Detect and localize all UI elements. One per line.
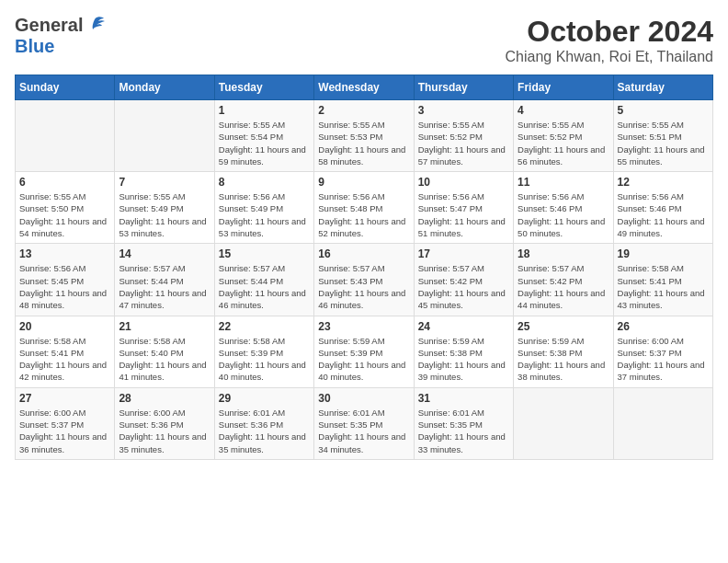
day-number: 13	[19, 247, 110, 260]
day-info: Sunrise: 5:55 AMSunset: 5:54 PMDaylight:…	[219, 119, 310, 167]
day-number: 1	[219, 104, 310, 117]
calendar-cell: 19Sunrise: 5:58 AMSunset: 5:41 PMDayligh…	[613, 244, 712, 316]
day-info: Sunrise: 5:57 AMSunset: 5:42 PMDaylight:…	[518, 262, 609, 311]
calendar-cell: 29Sunrise: 6:01 AMSunset: 5:36 PMDayligh…	[214, 387, 313, 459]
day-number: 7	[119, 176, 210, 189]
day-number: 14	[119, 247, 210, 260]
logo-bird-icon	[85, 16, 106, 36]
day-info: Sunrise: 5:56 AMSunset: 5:45 PMDaylight:…	[19, 262, 110, 311]
calendar-cell: 16Sunrise: 5:57 AMSunset: 5:43 PMDayligh…	[314, 244, 414, 316]
day-info: Sunrise: 5:56 AMSunset: 5:46 PMDaylight:…	[518, 190, 609, 239]
day-number: 12	[618, 176, 709, 189]
weekday-header-tuesday: Tuesday	[214, 75, 313, 100]
calendar-cell: 14Sunrise: 5:57 AMSunset: 5:44 PMDayligh…	[115, 244, 214, 316]
day-number: 23	[318, 320, 409, 333]
day-info: Sunrise: 5:56 AMSunset: 5:48 PMDaylight:…	[318, 190, 409, 239]
day-number: 29	[219, 392, 310, 405]
day-number: 30	[318, 392, 409, 405]
day-number: 5	[618, 104, 709, 117]
calendar-cell: 10Sunrise: 5:56 AMSunset: 5:47 PMDayligh…	[414, 172, 513, 244]
calendar-cell: 13Sunrise: 5:56 AMSunset: 5:45 PMDayligh…	[16, 244, 115, 316]
calendar-cell: 31Sunrise: 6:01 AMSunset: 5:35 PMDayligh…	[414, 387, 513, 459]
calendar-cell: 4Sunrise: 5:55 AMSunset: 5:52 PMDaylight…	[514, 100, 613, 172]
calendar-cell: 17Sunrise: 5:57 AMSunset: 5:42 PMDayligh…	[414, 244, 513, 316]
calendar-cell: 24Sunrise: 5:59 AMSunset: 5:38 PMDayligh…	[414, 316, 513, 387]
week-row-5: 27Sunrise: 6:00 AMSunset: 5:37 PMDayligh…	[16, 387, 713, 459]
calendar-cell: 25Sunrise: 5:59 AMSunset: 5:38 PMDayligh…	[514, 316, 613, 387]
calendar-cell: 15Sunrise: 5:57 AMSunset: 5:44 PMDayligh…	[214, 244, 313, 316]
day-number: 28	[119, 392, 210, 405]
weekday-header-row: SundayMondayTuesdayWednesdayThursdayFrid…	[16, 75, 713, 100]
calendar-cell: 23Sunrise: 5:59 AMSunset: 5:39 PMDayligh…	[314, 316, 414, 387]
calendar-cell: 21Sunrise: 5:58 AMSunset: 5:40 PMDayligh…	[115, 316, 214, 387]
day-info: Sunrise: 5:58 AMSunset: 5:41 PMDaylight:…	[19, 335, 110, 384]
calendar-cell: 9Sunrise: 5:56 AMSunset: 5:48 PMDaylight…	[314, 172, 414, 244]
day-info: Sunrise: 6:01 AMSunset: 5:35 PMDaylight:…	[318, 407, 409, 455]
day-number: 8	[219, 176, 310, 189]
day-info: Sunrise: 5:56 AMSunset: 5:49 PMDaylight:…	[219, 190, 310, 239]
day-number: 15	[219, 247, 310, 260]
day-number: 18	[518, 247, 609, 260]
logo: General Blue	[15, 15, 106, 57]
calendar-cell: 8Sunrise: 5:56 AMSunset: 5:49 PMDaylight…	[214, 172, 313, 244]
calendar-cell	[16, 100, 115, 172]
day-info: Sunrise: 5:56 AMSunset: 5:47 PMDaylight:…	[418, 190, 509, 239]
day-info: Sunrise: 5:58 AMSunset: 5:39 PMDaylight:…	[219, 335, 310, 384]
day-number: 11	[518, 176, 609, 189]
calendar-cell: 26Sunrise: 6:00 AMSunset: 5:37 PMDayligh…	[613, 316, 712, 387]
calendar-cell: 22Sunrise: 5:58 AMSunset: 5:39 PMDayligh…	[214, 316, 313, 387]
day-info: Sunrise: 5:58 AMSunset: 5:41 PMDaylight:…	[618, 262, 709, 311]
day-number: 6	[19, 176, 110, 189]
day-number: 10	[418, 176, 509, 189]
location-title: Chiang Khwan, Roi Et, Thailand	[505, 49, 713, 65]
day-number: 22	[219, 320, 310, 333]
calendar-cell: 1Sunrise: 5:55 AMSunset: 5:54 PMDaylight…	[214, 100, 313, 172]
logo-blue: Blue	[15, 36, 54, 56]
calendar-cell: 20Sunrise: 5:58 AMSunset: 5:41 PMDayligh…	[16, 316, 115, 387]
day-number: 26	[618, 320, 709, 333]
day-info: Sunrise: 6:01 AMSunset: 5:35 PMDaylight:…	[418, 407, 509, 455]
day-number: 27	[19, 392, 110, 405]
day-info: Sunrise: 5:59 AMSunset: 5:39 PMDaylight:…	[318, 335, 409, 384]
day-number: 16	[318, 247, 409, 260]
day-info: Sunrise: 5:55 AMSunset: 5:52 PMDaylight:…	[418, 119, 509, 167]
week-row-4: 20Sunrise: 5:58 AMSunset: 5:41 PMDayligh…	[16, 316, 713, 387]
calendar-cell: 6Sunrise: 5:55 AMSunset: 5:50 PMDaylight…	[16, 172, 115, 244]
calendar-cell: 28Sunrise: 6:00 AMSunset: 5:36 PMDayligh…	[115, 387, 214, 459]
day-info: Sunrise: 5:57 AMSunset: 5:44 PMDaylight:…	[119, 262, 210, 311]
calendar-cell: 3Sunrise: 5:55 AMSunset: 5:52 PMDaylight…	[414, 100, 513, 172]
calendar-cell: 12Sunrise: 5:56 AMSunset: 5:46 PMDayligh…	[613, 172, 712, 244]
calendar-cell	[613, 387, 712, 459]
calendar-cell: 18Sunrise: 5:57 AMSunset: 5:42 PMDayligh…	[514, 244, 613, 316]
day-info: Sunrise: 6:00 AMSunset: 5:37 PMDaylight:…	[618, 335, 709, 384]
day-info: Sunrise: 6:00 AMSunset: 5:36 PMDaylight:…	[119, 407, 210, 455]
calendar-cell	[514, 387, 613, 459]
day-info: Sunrise: 5:55 AMSunset: 5:52 PMDaylight:…	[518, 119, 609, 167]
day-info: Sunrise: 5:57 AMSunset: 5:44 PMDaylight:…	[219, 262, 310, 311]
calendar-cell	[115, 100, 214, 172]
day-info: Sunrise: 5:57 AMSunset: 5:43 PMDaylight:…	[318, 262, 409, 311]
calendar-table: SundayMondayTuesdayWednesdayThursdayFrid…	[15, 75, 713, 460]
weekday-header-wednesday: Wednesday	[314, 75, 414, 100]
day-number: 9	[318, 176, 409, 189]
day-info: Sunrise: 5:58 AMSunset: 5:40 PMDaylight:…	[119, 335, 210, 384]
day-info: Sunrise: 5:55 AMSunset: 5:51 PMDaylight:…	[618, 119, 709, 167]
day-number: 20	[19, 320, 110, 333]
day-number: 17	[418, 247, 509, 260]
weekday-header-thursday: Thursday	[414, 75, 513, 100]
day-info: Sunrise: 6:00 AMSunset: 5:37 PMDaylight:…	[19, 407, 110, 455]
calendar-cell: 30Sunrise: 6:01 AMSunset: 5:35 PMDayligh…	[314, 387, 414, 459]
day-info: Sunrise: 5:55 AMSunset: 5:50 PMDaylight:…	[19, 190, 110, 239]
weekday-header-saturday: Saturday	[613, 75, 712, 100]
calendar-cell: 11Sunrise: 5:56 AMSunset: 5:46 PMDayligh…	[514, 172, 613, 244]
day-number: 31	[418, 392, 509, 405]
day-number: 24	[418, 320, 509, 333]
day-info: Sunrise: 5:59 AMSunset: 5:38 PMDaylight:…	[518, 335, 609, 384]
week-row-1: 1Sunrise: 5:55 AMSunset: 5:54 PMDaylight…	[16, 100, 713, 172]
month-title: October 2024	[505, 15, 713, 49]
page-header: General Blue October 2024 Chiang Khwan, …	[15, 15, 713, 65]
day-number: 21	[119, 320, 210, 333]
day-number: 2	[318, 104, 409, 117]
day-info: Sunrise: 6:01 AMSunset: 5:36 PMDaylight:…	[219, 407, 310, 455]
day-info: Sunrise: 5:57 AMSunset: 5:42 PMDaylight:…	[418, 262, 509, 311]
